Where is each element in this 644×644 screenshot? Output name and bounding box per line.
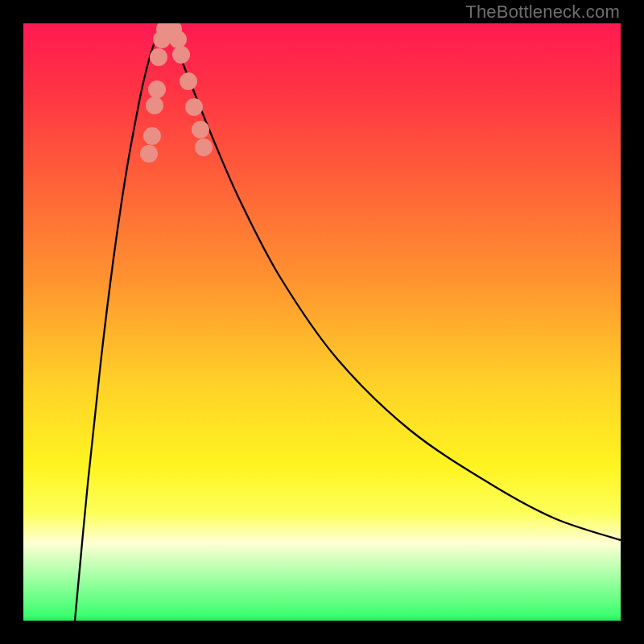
plot-area	[23, 23, 621, 621]
data-marker	[195, 138, 213, 156]
data-marker	[185, 98, 203, 116]
data-marker	[169, 31, 187, 48]
data-marker	[140, 145, 158, 163]
data-marker	[172, 46, 190, 64]
chart-container: TheBottleneck.com	[0, 0, 644, 644]
curve-left-branch	[75, 25, 163, 621]
data-marker	[150, 48, 167, 66]
chart-canvas	[23, 23, 621, 621]
data-marker	[180, 72, 197, 90]
data-marker	[146, 97, 163, 114]
data-marker	[143, 127, 161, 145]
watermark-text: TheBottleneck.com	[465, 2, 620, 23]
curve-right-branch	[163, 25, 621, 540]
data-marker	[192, 121, 209, 138]
data-markers	[140, 23, 213, 163]
data-marker	[148, 80, 166, 98]
